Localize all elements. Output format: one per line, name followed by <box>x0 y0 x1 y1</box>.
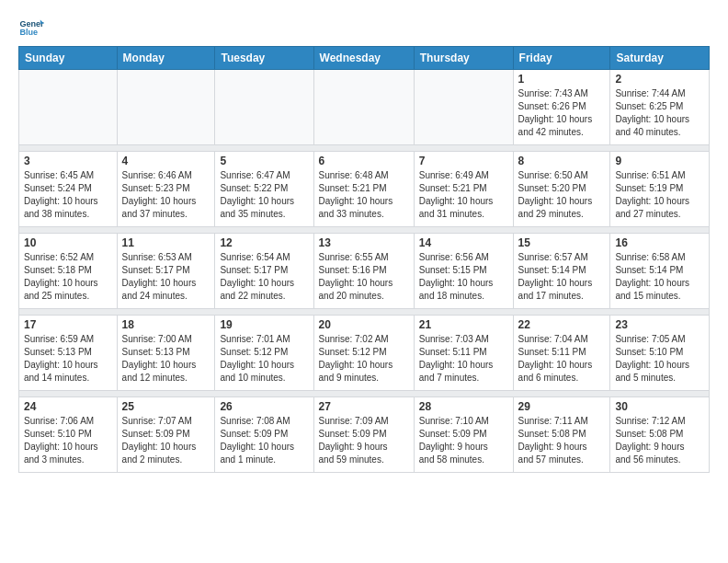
calendar-cell <box>414 70 513 145</box>
day-info: Sunrise: 6:45 AM Sunset: 5:24 PM Dayligh… <box>24 169 112 221</box>
calendar-cell: 14Sunrise: 6:56 AM Sunset: 5:15 PM Dayli… <box>414 234 513 309</box>
day-number: 22 <box>518 318 606 331</box>
logo-icon: General Blue <box>18 15 44 40</box>
day-number: 3 <box>24 155 112 167</box>
calendar-cell: 13Sunrise: 6:55 AM Sunset: 5:16 PM Dayli… <box>313 234 414 309</box>
calendar-cell <box>117 70 215 145</box>
calendar-cell: 7Sunrise: 6:49 AM Sunset: 5:21 PM Daylig… <box>414 152 513 227</box>
day-info: Sunrise: 6:48 AM Sunset: 5:21 PM Dayligh… <box>319 169 409 221</box>
day-number: 14 <box>419 236 508 249</box>
spacer-cell <box>19 145 710 152</box>
calendar-cell: 5Sunrise: 6:47 AM Sunset: 5:22 PM Daylig… <box>215 152 313 227</box>
calendar-cell: 15Sunrise: 6:57 AM Sunset: 5:14 PM Dayli… <box>513 234 610 309</box>
day-info: Sunrise: 7:08 AM Sunset: 5:09 PM Dayligh… <box>220 415 308 466</box>
header: General Blue <box>18 15 710 40</box>
day-info: Sunrise: 6:46 AM Sunset: 5:23 PM Dayligh… <box>122 169 210 221</box>
calendar-cell: 3Sunrise: 6:45 AM Sunset: 5:24 PM Daylig… <box>19 152 118 227</box>
week-row-1: 1Sunrise: 7:43 AM Sunset: 6:26 PM Daylig… <box>19 70 710 145</box>
spacer-row <box>19 309 710 316</box>
day-info: Sunrise: 7:06 AM Sunset: 5:10 PM Dayligh… <box>24 415 112 466</box>
weekday-header-monday: Monday <box>117 47 215 70</box>
day-number: 5 <box>220 155 308 167</box>
day-number: 16 <box>615 236 704 249</box>
calendar-cell <box>313 70 414 145</box>
day-info: Sunrise: 7:12 AM Sunset: 5:08 PM Dayligh… <box>615 415 704 466</box>
day-number: 30 <box>615 400 704 413</box>
day-info: Sunrise: 6:52 AM Sunset: 5:18 PM Dayligh… <box>24 251 112 303</box>
day-info: Sunrise: 7:09 AM Sunset: 5:09 PM Dayligh… <box>319 415 409 466</box>
day-info: Sunrise: 7:43 AM Sunset: 6:26 PM Dayligh… <box>518 87 606 139</box>
calendar-cell: 19Sunrise: 7:01 AM Sunset: 5:12 PM Dayli… <box>215 316 313 391</box>
day-number: 21 <box>419 318 508 331</box>
day-info: Sunrise: 6:49 AM Sunset: 5:21 PM Dayligh… <box>419 169 508 221</box>
day-number: 2 <box>615 73 704 86</box>
day-info: Sunrise: 7:04 AM Sunset: 5:11 PM Dayligh… <box>518 333 606 385</box>
day-info: Sunrise: 6:56 AM Sunset: 5:15 PM Dayligh… <box>419 251 508 303</box>
calendar-cell: 27Sunrise: 7:09 AM Sunset: 5:09 PM Dayli… <box>313 397 414 473</box>
week-row-3: 10Sunrise: 6:52 AM Sunset: 5:18 PM Dayli… <box>19 234 710 309</box>
day-number: 10 <box>24 236 112 249</box>
day-info: Sunrise: 6:58 AM Sunset: 5:14 PM Dayligh… <box>615 251 704 303</box>
calendar-cell: 26Sunrise: 7:08 AM Sunset: 5:09 PM Dayli… <box>215 397 313 473</box>
calendar-table: SundayMondayTuesdayWednesdayThursdayFrid… <box>18 46 710 473</box>
spacer-row <box>19 227 710 234</box>
calendar-cell: 24Sunrise: 7:06 AM Sunset: 5:10 PM Dayli… <box>19 397 118 473</box>
day-info: Sunrise: 7:05 AM Sunset: 5:10 PM Dayligh… <box>615 333 704 385</box>
calendar-cell: 11Sunrise: 6:53 AM Sunset: 5:17 PM Dayli… <box>117 234 215 309</box>
svg-text:Blue: Blue <box>19 28 38 37</box>
day-info: Sunrise: 7:02 AM Sunset: 5:12 PM Dayligh… <box>319 333 409 385</box>
calendar-cell <box>215 70 313 145</box>
day-number: 23 <box>615 318 704 331</box>
day-info: Sunrise: 7:01 AM Sunset: 5:12 PM Dayligh… <box>220 333 308 385</box>
day-info: Sunrise: 6:57 AM Sunset: 5:14 PM Dayligh… <box>518 251 606 303</box>
day-number: 1 <box>518 73 606 86</box>
calendar-cell: 22Sunrise: 7:04 AM Sunset: 5:11 PM Dayli… <box>513 316 610 391</box>
calendar-cell: 23Sunrise: 7:05 AM Sunset: 5:10 PM Dayli… <box>610 316 710 391</box>
day-info: Sunrise: 6:51 AM Sunset: 5:19 PM Dayligh… <box>615 169 704 221</box>
day-info: Sunrise: 6:59 AM Sunset: 5:13 PM Dayligh… <box>24 333 112 385</box>
weekday-header-tuesday: Tuesday <box>215 47 313 70</box>
calendar-cell: 8Sunrise: 6:50 AM Sunset: 5:20 PM Daylig… <box>513 152 610 227</box>
day-info: Sunrise: 6:53 AM Sunset: 5:17 PM Dayligh… <box>122 251 210 303</box>
day-number: 17 <box>24 318 112 331</box>
day-number: 19 <box>220 318 308 331</box>
week-row-4: 17Sunrise: 6:59 AM Sunset: 5:13 PM Dayli… <box>19 316 710 391</box>
day-info: Sunrise: 6:54 AM Sunset: 5:17 PM Dayligh… <box>220 251 308 303</box>
weekday-header-saturday: Saturday <box>610 47 710 70</box>
page-container: General Blue SundayMondayTuesdayWednesda… <box>0 0 728 482</box>
calendar-cell: 16Sunrise: 6:58 AM Sunset: 5:14 PM Dayli… <box>610 234 710 309</box>
day-number: 18 <box>122 318 210 331</box>
day-number: 29 <box>518 400 606 413</box>
spacer-row <box>19 145 710 152</box>
day-number: 26 <box>220 400 308 413</box>
calendar-cell: 29Sunrise: 7:11 AM Sunset: 5:08 PM Dayli… <box>513 397 610 473</box>
weekday-header-row: SundayMondayTuesdayWednesdayThursdayFrid… <box>19 47 710 70</box>
day-info: Sunrise: 7:07 AM Sunset: 5:09 PM Dayligh… <box>122 415 210 466</box>
spacer-cell <box>19 227 710 234</box>
week-row-5: 24Sunrise: 7:06 AM Sunset: 5:10 PM Dayli… <box>19 397 710 473</box>
day-number: 13 <box>319 236 409 249</box>
day-number: 25 <box>122 400 210 413</box>
day-number: 11 <box>122 236 210 249</box>
calendar-cell: 2Sunrise: 7:44 AM Sunset: 6:25 PM Daylig… <box>610 70 710 145</box>
logo: General Blue <box>18 15 48 40</box>
calendar-cell: 10Sunrise: 6:52 AM Sunset: 5:18 PM Dayli… <box>19 234 118 309</box>
day-number: 6 <box>319 155 409 167</box>
day-info: Sunrise: 7:10 AM Sunset: 5:09 PM Dayligh… <box>419 415 508 466</box>
calendar-cell: 9Sunrise: 6:51 AM Sunset: 5:19 PM Daylig… <box>610 152 710 227</box>
weekday-header-friday: Friday <box>513 47 610 70</box>
day-number: 4 <box>122 155 210 167</box>
calendar-cell: 21Sunrise: 7:03 AM Sunset: 5:11 PM Dayli… <box>414 316 513 391</box>
calendar-cell: 6Sunrise: 6:48 AM Sunset: 5:21 PM Daylig… <box>313 152 414 227</box>
day-info: Sunrise: 7:00 AM Sunset: 5:13 PM Dayligh… <box>122 333 210 385</box>
day-info: Sunrise: 6:55 AM Sunset: 5:16 PM Dayligh… <box>319 251 409 303</box>
day-number: 9 <box>615 155 704 167</box>
day-number: 28 <box>419 400 508 413</box>
calendar-cell: 18Sunrise: 7:00 AM Sunset: 5:13 PM Dayli… <box>117 316 215 391</box>
calendar-cell <box>19 70 118 145</box>
day-number: 12 <box>220 236 308 249</box>
day-number: 24 <box>24 400 112 413</box>
day-info: Sunrise: 6:50 AM Sunset: 5:20 PM Dayligh… <box>518 169 606 221</box>
day-number: 27 <box>319 400 409 413</box>
day-number: 7 <box>419 155 508 167</box>
